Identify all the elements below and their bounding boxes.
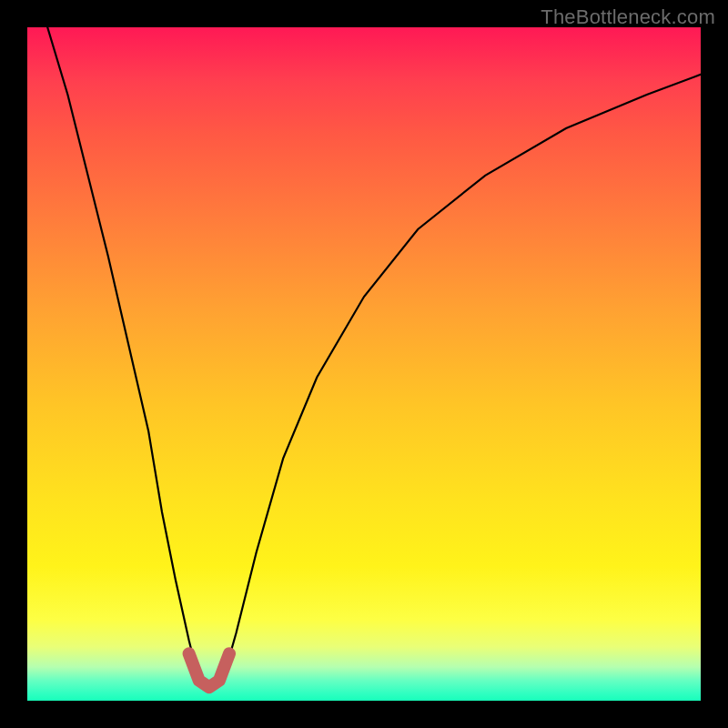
right-curve [223, 75, 701, 681]
watermark-text: TheBottleneck.com [541, 5, 715, 29]
plot-area [27, 27, 701, 701]
curve-layer [27, 27, 701, 701]
valley-outline [189, 653, 229, 687]
chart-container: TheBottleneck.com [0, 0, 728, 728]
left-curve [47, 27, 199, 681]
